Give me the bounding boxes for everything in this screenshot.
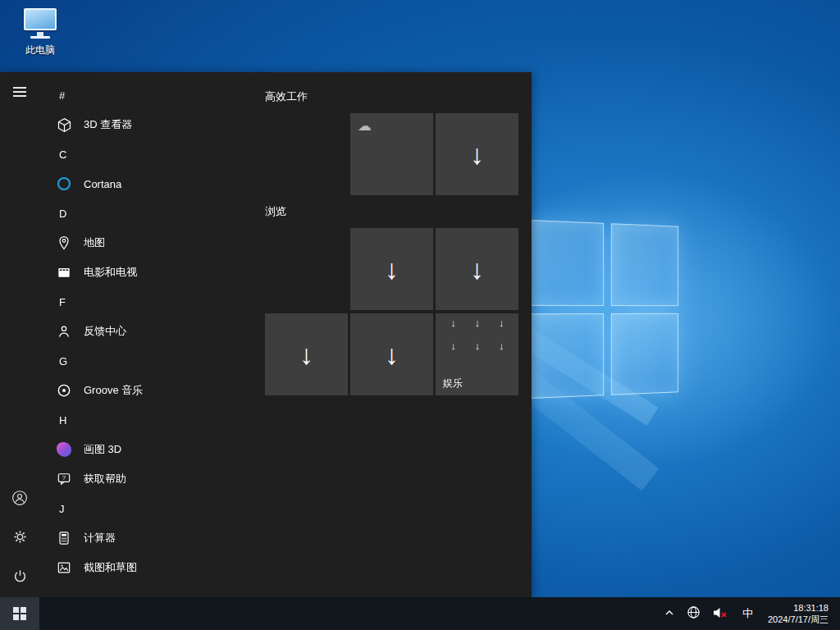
- section-header-h[interactable]: H: [39, 405, 265, 435]
- app-label: 3D 查看器: [84, 117, 132, 132]
- tile-group-productivity[interactable]: 高效工作: [265, 89, 308, 104]
- app-label: Cortana: [84, 178, 121, 190]
- app-label: 电影和电视: [84, 265, 137, 280]
- clock-time: 18:31:18: [793, 602, 829, 614]
- desktop-icon-this-pc[interactable]: 此电脑: [8, 7, 72, 57]
- svg-text:?: ?: [62, 475, 66, 482]
- section-header-hash[interactable]: #: [39, 80, 265, 110]
- logo-pane: [610, 223, 678, 305]
- app-item-calculator[interactable]: 计算器: [39, 523, 265, 553]
- clock-date: 2024/7/17/周三: [768, 614, 829, 625]
- this-pc-label: 此电脑: [25, 43, 55, 57]
- app-label: 画图 3D: [84, 442, 121, 457]
- tile-pending-download[interactable]: ↓: [350, 228, 433, 310]
- app-label: 截图和草图: [84, 560, 137, 575]
- windows-logo-wallpaper: [530, 220, 678, 399]
- taskbar-clock[interactable]: 18:31:18 2024/7/17/周三: [761, 597, 835, 630]
- app-item-snip-sketch[interactable]: 截图和草图: [39, 553, 265, 582]
- download-arrow-icon: ↓: [470, 140, 484, 168]
- volume-button[interactable]: [706, 597, 734, 630]
- chevron-up-icon: [664, 607, 675, 621]
- paint-3d-icon: [54, 440, 74, 459]
- computer-monitor-icon: [22, 7, 58, 41]
- app-item-feedback-hub[interactable]: 反馈中心: [39, 317, 265, 346]
- app-item-maps[interactable]: 地图: [39, 228, 265, 258]
- section-header-f[interactable]: F: [39, 287, 265, 317]
- app-label: 计算器: [84, 531, 116, 546]
- folder-mini-tiles: ↓ ↓ ↓ ↓ ↓ ↓: [441, 317, 514, 351]
- tile-pending-download[interactable]: ↓: [436, 228, 518, 310]
- download-arrow-icon: ↓: [450, 317, 456, 328]
- download-arrow-icon: ↓: [385, 255, 399, 283]
- app-item-cortana[interactable]: Cortana: [39, 169, 265, 199]
- user-account-button[interactable]: [0, 479, 39, 518]
- tile-pending-download[interactable]: ↓: [350, 313, 433, 395]
- download-arrow-icon: ↓: [499, 317, 504, 328]
- download-arrow-icon: ↓: [499, 340, 504, 351]
- power-button[interactable]: [0, 558, 39, 597]
- app-item-3d-viewer[interactable]: 3D 查看器: [39, 110, 265, 139]
- download-arrow-icon: ↓: [450, 340, 456, 351]
- movies-tv-icon: [54, 262, 74, 282]
- app-item-paint-3d[interactable]: 画图 3D: [39, 435, 265, 464]
- download-arrow-icon: ↓: [470, 255, 484, 283]
- start-menu: # 3D 查看器 C Cortana D 地图: [0, 72, 532, 597]
- app-item-groove-music[interactable]: Groove 音乐: [39, 376, 265, 405]
- download-arrow-icon: ↓: [475, 340, 481, 351]
- ime-indicator[interactable]: 中: [734, 597, 761, 630]
- rail-bottom: [0, 479, 39, 597]
- download-arrow-icon: ↓: [475, 317, 481, 328]
- system-tray: 中 18:31:18 2024/7/17/周三: [658, 597, 840, 630]
- tile-pending-download[interactable]: ↓: [436, 113, 518, 195]
- app-label: 获取帮助: [84, 472, 126, 486]
- desktop: 此电脑: [0, 0, 840, 630]
- logo-pane: [610, 313, 678, 395]
- gear-icon: [12, 529, 28, 547]
- section-header-g[interactable]: G: [39, 346, 265, 376]
- tile-panel: 高效工作 ☁ ↓ 浏览 ↓ ↓ ↓ ↓ ↓: [265, 72, 532, 597]
- app-item-get-help[interactable]: ? 获取帮助: [39, 464, 265, 494]
- tray-overflow-button[interactable]: [658, 597, 681, 630]
- taskbar: 中 18:31:18 2024/7/17/周三: [0, 597, 840, 630]
- settings-button[interactable]: [0, 518, 39, 558]
- logo-pane: [530, 313, 603, 399]
- app-list: # 3D 查看器 C Cortana D 地图: [39, 72, 265, 597]
- app-label: Groove 音乐: [84, 383, 143, 398]
- volume-muted-icon: [712, 606, 728, 622]
- tile-folder-entertainment[interactable]: ↓ ↓ ↓ ↓ ↓ ↓ 娱乐: [436, 313, 518, 395]
- feedback-hub-icon: [54, 322, 74, 341]
- calculator-icon: [54, 528, 74, 548]
- start-rail: [0, 72, 39, 597]
- tile-pending-download[interactable]: ↓: [265, 313, 348, 395]
- logo-pane: [530, 220, 603, 306]
- power-icon: [12, 568, 28, 587]
- user-icon: [11, 490, 28, 509]
- windows-logo-icon: [13, 607, 26, 620]
- tile-onedrive[interactable]: ☁: [350, 113, 433, 195]
- tile-group-browse[interactable]: 浏览: [265, 204, 286, 219]
- section-header-c[interactable]: C: [39, 139, 265, 169]
- start-button[interactable]: [0, 597, 39, 630]
- network-button[interactable]: [681, 597, 706, 630]
- globe-icon: [687, 605, 701, 622]
- expand-menu-button[interactable]: [0, 72, 39, 112]
- get-help-icon: ?: [54, 469, 74, 489]
- section-header-j[interactable]: J: [39, 494, 265, 523]
- cortana-icon: [54, 174, 74, 194]
- maps-icon: [54, 233, 74, 253]
- cloud-icon: ☁: [358, 119, 372, 133]
- app-label: 反馈中心: [84, 324, 126, 339]
- download-arrow-icon: ↓: [385, 340, 399, 368]
- download-arrow-icon: ↓: [299, 340, 313, 368]
- snip-sketch-icon: [54, 558, 74, 578]
- folder-tile-label: 娱乐: [443, 377, 463, 390]
- hamburger-icon: [13, 84, 26, 99]
- 3d-viewer-icon: [54, 115, 74, 135]
- app-label: 地图: [84, 235, 105, 250]
- app-item-movies-tv[interactable]: 电影和电视: [39, 258, 265, 287]
- section-header-d[interactable]: D: [39, 199, 265, 228]
- groove-music-icon: [54, 381, 74, 400]
